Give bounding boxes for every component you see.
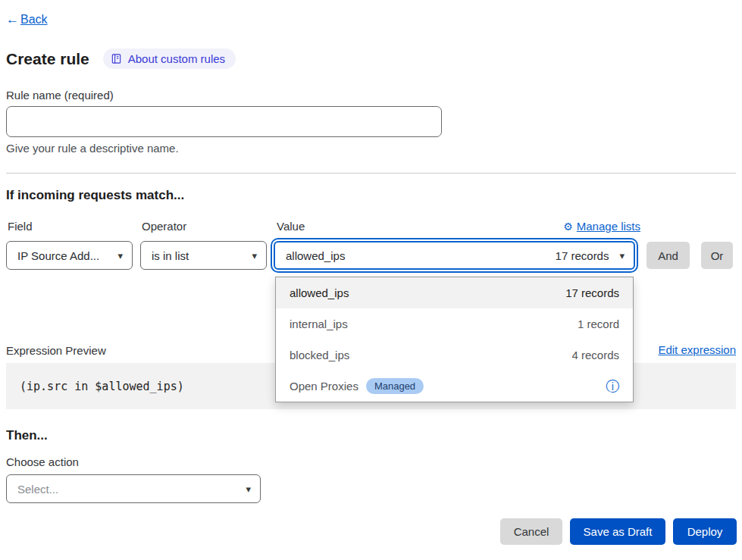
manage-lists-label: Manage lists <box>577 220 640 233</box>
operator-label: Operator <box>142 220 186 233</box>
chevron-down-icon: ▾ <box>117 251 123 261</box>
and-button[interactable]: And <box>647 242 690 269</box>
chevron-down-icon: ▾ <box>252 251 257 261</box>
value-select-name: allowed_ips <box>286 249 345 262</box>
value-select[interactable]: allowed_ips 17 records ▾ <box>274 241 635 270</box>
field-select[interactable]: IP Source Add... ▾ <box>6 241 133 270</box>
then-section-heading: Then... <box>6 428 48 443</box>
save-as-draft-button[interactable]: Save as Draft <box>570 518 665 545</box>
about-custom-rules-label: About custom rules <box>128 52 225 65</box>
rule-name-input[interactable] <box>6 106 442 137</box>
choose-action-label: Choose action <box>6 455 79 468</box>
list-name: Open Proxies <box>290 380 358 393</box>
field-select-value: IP Source Add... <box>17 249 99 262</box>
about-custom-rules-link[interactable]: About custom rules <box>103 48 236 69</box>
chevron-down-icon: ▾ <box>246 484 251 494</box>
value-label: Value <box>277 220 305 233</box>
chevron-down-icon: ▾ <box>619 251 625 261</box>
value-select-count: 17 records <box>556 249 609 262</box>
value-dropdown-panel: allowed_ips 17 records internal_ips 1 re… <box>275 277 634 402</box>
dropdown-item-blocked-ips[interactable]: blocked_ips 4 records <box>276 339 633 371</box>
operator-select-value: is in list <box>152 249 189 262</box>
operator-select[interactable]: is in list ▾ <box>140 241 267 270</box>
expression-code: (ip.src in $allowed_ips) <box>20 380 184 393</box>
list-count: 4 records <box>571 349 619 361</box>
book-icon <box>111 53 122 64</box>
page-header: Create rule About custom rules <box>6 48 236 69</box>
action-select[interactable]: Select... ▾ <box>6 474 261 503</box>
expression-preview-label: Expression Preview <box>6 344 106 357</box>
page-title: Create rule <box>6 50 89 68</box>
back-arrow-icon: ← <box>6 12 19 27</box>
list-name: allowed_ips <box>290 286 349 299</box>
dropdown-item-open-proxies[interactable]: Open Proxies Managed ⓘ <box>276 371 633 402</box>
action-select-placeholder: Select... <box>17 483 58 496</box>
field-label: Field <box>8 220 33 233</box>
managed-badge: Managed <box>366 378 424 394</box>
edit-expression-link[interactable]: Edit expression <box>658 343 736 356</box>
info-icon[interactable]: ⓘ <box>606 380 619 393</box>
list-count: 17 records <box>565 286 619 299</box>
create-rule-page: ←Back Create rule About custom rules Rul… <box>0 0 742 560</box>
back-link[interactable]: ←Back <box>6 12 48 27</box>
list-count: 1 record <box>578 318 619 330</box>
manage-lists-link[interactable]: ⚙ Manage lists <box>563 220 640 233</box>
list-name: internal_ips <box>290 318 348 330</box>
dropdown-item-allowed-ips[interactable]: allowed_ips 17 records <box>276 277 633 308</box>
rule-name-helper: Give your rule a descriptive name. <box>6 142 179 155</box>
gear-icon: ⚙ <box>563 221 573 233</box>
or-button[interactable]: Or <box>701 242 733 269</box>
match-section-heading: If incoming requests match... <box>6 188 184 203</box>
rule-name-label: Rule name (required) <box>6 89 114 102</box>
deploy-button[interactable]: Deploy <box>673 518 737 545</box>
back-link-label: Back <box>20 13 48 27</box>
list-name: blocked_ips <box>290 349 349 361</box>
dropdown-item-internal-ips[interactable]: internal_ips 1 record <box>276 308 633 339</box>
section-divider <box>6 173 736 174</box>
cancel-button[interactable]: Cancel <box>500 518 562 545</box>
